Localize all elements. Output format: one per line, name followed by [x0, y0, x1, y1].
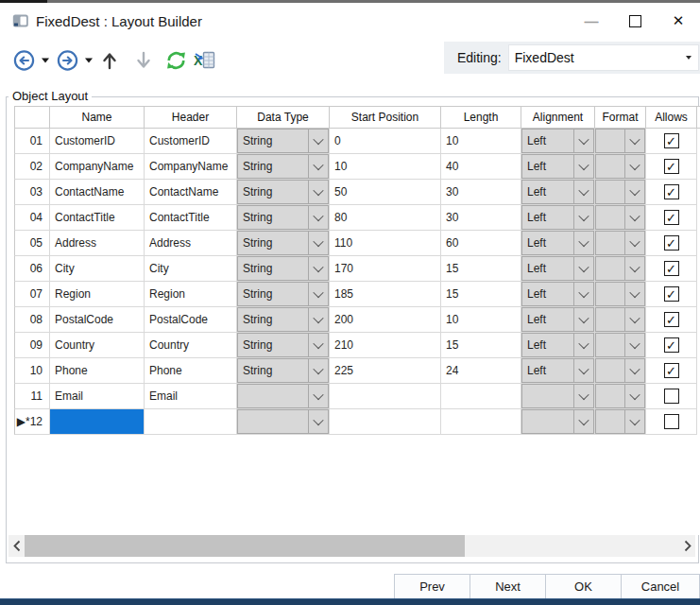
cell-length-04[interactable]: 30	[441, 205, 521, 231]
cell-name-08[interactable]: PostalCode	[50, 307, 145, 333]
dropdown-alignment-10[interactable]: Left	[521, 358, 594, 383]
cell-start_position-09[interactable]: 210	[330, 333, 441, 358]
cell-start_position-02[interactable]: 10	[330, 154, 441, 180]
column-header-format[interactable]: Format	[595, 106, 646, 129]
horizontal-scrollbar[interactable]	[9, 535, 695, 557]
dropdown-data_type-04[interactable]: String	[237, 205, 329, 230]
cell-name-12[interactable]	[50, 409, 145, 435]
row-indicator-07[interactable]: 07	[14, 282, 50, 307]
cell-start_position-12[interactable]	[330, 409, 441, 435]
dropdown-button[interactable]	[308, 155, 328, 178]
checkbox-allows_null-03[interactable]: ✓	[664, 184, 679, 199]
move-down-icon[interactable]	[135, 51, 152, 70]
dropdown-alignment-05[interactable]: Left	[521, 231, 594, 255]
scroll-left-button[interactable]	[9, 535, 25, 557]
row-indicator-04[interactable]: 04	[14, 205, 50, 231]
minimize-button[interactable]: —	[570, 6, 613, 36]
forward-icon[interactable]	[57, 50, 78, 72]
cell-header-03[interactable]: ContactName	[145, 180, 237, 205]
dropdown-button[interactable]	[624, 232, 644, 254]
checkbox-allows_null-05[interactable]: ✓	[664, 235, 679, 251]
checkbox-allows_null-12[interactable]	[664, 414, 679, 429]
close-button[interactable]: ✕	[657, 6, 700, 36]
checkbox-allows_null-01[interactable]: ✓	[664, 133, 679, 148]
column-header-length[interactable]: Length	[441, 106, 521, 129]
ok-button[interactable]: OK	[545, 574, 622, 599]
cell-header-10[interactable]: Phone	[145, 358, 237, 384]
row-indicator-09[interactable]: 09	[14, 333, 50, 358]
dropdown-button[interactable]	[624, 385, 644, 407]
cell-name-09[interactable]: Country	[50, 333, 145, 358]
cancel-button[interactable]: Cancel	[621, 574, 700, 599]
dropdown-button[interactable]	[573, 283, 593, 305]
dropdown-data_type-10[interactable]: String	[237, 358, 329, 383]
cell-header-07[interactable]: Region	[145, 282, 237, 307]
dropdown-data_type-01[interactable]: String	[237, 129, 329, 153]
dropdown-button[interactable]	[308, 181, 328, 203]
dropdown-format-12[interactable]	[595, 409, 645, 434]
dropdown-alignment-06[interactable]: Left	[521, 256, 594, 281]
checkbox-allows_null-08[interactable]: ✓	[664, 312, 679, 327]
dropdown-button[interactable]	[308, 334, 328, 356]
checkbox-allows_null-11[interactable]	[664, 389, 679, 404]
row-indicator-11[interactable]: 11	[14, 384, 50, 409]
column-header-num[interactable]	[14, 106, 50, 129]
dropdown-button[interactable]	[308, 359, 328, 382]
dropdown-button[interactable]	[308, 283, 328, 305]
dropdown-format-01[interactable]	[595, 129, 645, 153]
row-indicator-08[interactable]: 08	[14, 307, 50, 333]
dropdown-format-09[interactable]	[595, 333, 645, 357]
cell-header-01[interactable]: CustomerID	[145, 129, 237, 154]
column-header-name[interactable]: Name	[50, 106, 145, 129]
row-indicator-05[interactable]: 05	[14, 231, 50, 256]
column-header-alignment[interactable]: Alignment	[521, 106, 595, 129]
dropdown-format-02[interactable]	[595, 154, 645, 179]
dropdown-button[interactable]	[624, 308, 644, 331]
dropdown-alignment-07[interactable]: Left	[521, 282, 594, 306]
dropdown-alignment-03[interactable]: Left	[521, 180, 594, 204]
dropdown-format-10[interactable]	[595, 358, 645, 383]
dropdown-data_type-12[interactable]	[237, 409, 329, 434]
row-indicator-06[interactable]: 06	[14, 256, 50, 282]
row-indicator-10[interactable]: 10	[14, 358, 50, 384]
dropdown-button[interactable]	[624, 283, 644, 305]
dropdown-button[interactable]	[624, 334, 644, 356]
cell-header-05[interactable]: Address	[145, 231, 237, 256]
cell-header-06[interactable]: City	[145, 256, 237, 282]
cell-name-01[interactable]: CustomerID	[50, 129, 145, 154]
cell-name-04[interactable]: ContactTitle	[50, 205, 145, 231]
dropdown-button[interactable]	[624, 359, 644, 382]
row-indicator-01[interactable]: 01	[14, 129, 50, 154]
checkbox-allows_null-04[interactable]: ✓	[664, 210, 679, 225]
dropdown-data_type-09[interactable]: String	[237, 333, 329, 357]
cell-header-04[interactable]: ContactTitle	[145, 205, 237, 231]
cell-start_position-11[interactable]	[330, 384, 441, 409]
dropdown-format-11[interactable]	[595, 384, 645, 408]
dropdown-button[interactable]	[308, 385, 328, 407]
editing-combobox[interactable]: FixedDest	[508, 44, 699, 71]
cell-start_position-08[interactable]: 200	[330, 307, 441, 333]
dropdown-button[interactable]	[624, 206, 644, 229]
cell-length-02[interactable]: 40	[441, 154, 521, 180]
cell-header-11[interactable]: Email	[145, 384, 237, 409]
dropdown-format-03[interactable]	[595, 180, 645, 204]
cell-start_position-07[interactable]: 185	[330, 282, 441, 307]
dropdown-button[interactable]	[308, 206, 328, 229]
dropdown-data_type-07[interactable]: String	[237, 282, 329, 306]
row-indicator-12[interactable]: ▶*12	[14, 409, 50, 435]
cell-name-02[interactable]: CompanyName	[50, 154, 145, 180]
row-indicator-03[interactable]: 03	[14, 180, 50, 205]
scrollbar-track[interactable]	[25, 535, 679, 557]
dropdown-alignment-11[interactable]	[521, 384, 594, 408]
back-dropdown-caret-icon[interactable]	[41, 50, 50, 72]
cell-length-09[interactable]: 15	[441, 333, 521, 358]
checkbox-allows_null-09[interactable]: ✓	[664, 337, 679, 353]
dropdown-data_type-11[interactable]	[237, 384, 329, 408]
dropdown-button[interactable]	[573, 334, 593, 356]
cell-name-10[interactable]: Phone	[50, 358, 145, 384]
cell-length-10[interactable]: 24	[441, 358, 521, 384]
dropdown-format-04[interactable]	[595, 205, 645, 230]
column-header-allows_null[interactable]: Allows	[646, 106, 697, 129]
cell-start_position-05[interactable]: 110	[330, 231, 441, 256]
cell-length-03[interactable]: 30	[441, 180, 521, 205]
